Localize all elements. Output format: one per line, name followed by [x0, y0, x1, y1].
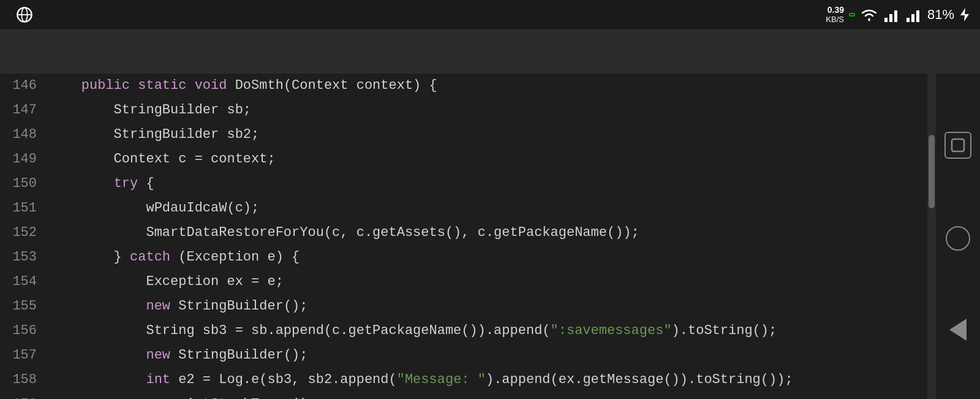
token-kw: new — [146, 348, 170, 363]
code-line: 155 new StringBuilder(); — [0, 294, 927, 319]
token-kw: catch — [130, 249, 170, 265]
code-line: 158 int e2 = Log.e(sb3, sb2.append("Mess… — [0, 368, 927, 392]
token-str: "Message: " — [397, 372, 486, 387]
code-line: 149 Context c = context; — [0, 147, 927, 172]
token-plain: ).append(ex.getMessage()).toString()); — [486, 372, 793, 387]
line-code-text: StringBuilder sb; — [49, 98, 927, 123]
token-kw: public — [81, 78, 130, 93]
svg-rect-7 — [911, 14, 914, 22]
code-line: 152 SmartDataRestoreForYou(c, c.getAsset… — [0, 221, 927, 245]
token-plain — [49, 78, 81, 93]
token-plain: wPdauIdcaW(c); — [49, 200, 259, 216]
network-speed: 0.39 KB/S — [826, 6, 844, 24]
code-line: 148 StringBuilder sb2; — [0, 123, 927, 147]
line-number: 150 — [0, 172, 49, 196]
token-plain — [49, 176, 114, 191]
token-plain: ).toString(); — [672, 323, 777, 338]
svg-rect-10 — [952, 139, 964, 151]
line-number: 146 — [0, 74, 49, 98]
app-bar — [0, 29, 980, 74]
token-kw: new — [146, 298, 170, 314]
scrollbar-thumb[interactable] — [929, 135, 935, 208]
token-plain — [49, 372, 146, 387]
line-number: 154 — [0, 270, 49, 294]
token-plain — [49, 348, 146, 363]
token-plain: { — [138, 176, 154, 191]
volte-badge — [849, 13, 855, 17]
line-code-text: SmartDataRestoreForYou(c, c.getAssets(),… — [49, 221, 927, 245]
line-number: 147 — [0, 98, 49, 123]
line-number: 153 — [0, 245, 49, 270]
svg-rect-3 — [884, 18, 888, 22]
code-area: 146 public static void DoSmth(Context co… — [0, 74, 980, 399]
code-content[interactable]: 146 public static void DoSmth(Context co… — [0, 74, 927, 399]
svg-marker-9 — [960, 8, 969, 21]
line-code-text: new StringBuilder(); — [49, 294, 927, 319]
scrollbar-track[interactable] — [927, 74, 936, 399]
line-code-text: int e2 = Log.e(sb3, sb2.append("Message:… — [49, 368, 927, 392]
status-left — [10, 6, 33, 23]
line-code-text: public static void DoSmth(Context contex… — [49, 74, 927, 98]
battery-pct: 81% — [927, 7, 954, 23]
square-button[interactable] — [944, 132, 971, 159]
token-plain: Context c = context; — [49, 151, 276, 167]
line-code-text: Exception ex = e; — [49, 270, 927, 294]
line-code-text: Context c = context; — [49, 147, 927, 172]
token-plain — [186, 78, 194, 93]
svg-rect-8 — [916, 10, 919, 22]
token-plain: e2 = Log.e(sb3, sb2.append( — [170, 372, 397, 387]
token-plain — [49, 298, 146, 314]
globe-icon — [16, 6, 33, 23]
token-kw: int — [146, 372, 170, 387]
line-code-text: new StringBuilder(); — [49, 343, 927, 368]
code-line: 147 StringBuilder sb; — [0, 98, 927, 123]
token-plain: SmartDataRestoreForYou(c, c.getAssets(),… — [49, 225, 639, 240]
token-plain: (Exception e) { — [170, 249, 300, 265]
token-plain: String sb3 = sb.append(c.getPackageName(… — [49, 323, 551, 338]
line-code-text: String sb3 = sb.append(c.getPackageName(… — [49, 319, 927, 343]
line-code-text: StringBuilder sb2; — [49, 123, 927, 147]
token-str: ":savemessages" — [551, 323, 672, 338]
wifi-icon — [860, 7, 878, 23]
line-number: 155 — [0, 294, 49, 319]
line-code-text: } catch (Exception e) { — [49, 245, 927, 270]
line-number: 157 — [0, 343, 49, 368]
code-line: 146 public static void DoSmth(Context co… — [0, 74, 927, 98]
code-line: 153 } catch (Exception e) { — [0, 245, 927, 270]
line-code-text: ex.printStackTrace(); — [49, 392, 927, 399]
line-number: 149 — [0, 147, 49, 172]
code-line: 154 Exception ex = e; — [0, 270, 927, 294]
line-number: 152 — [0, 221, 49, 245]
line-code-text: try { — [49, 172, 927, 196]
token-kw: void — [195, 78, 227, 93]
side-buttons — [936, 74, 980, 399]
line-number: 159 — [0, 392, 49, 399]
token-plain: StringBuilder sb2; — [49, 127, 259, 142]
circle-button[interactable] — [946, 226, 970, 251]
svg-rect-6 — [907, 18, 910, 22]
signal-icon-2 — [905, 7, 922, 23]
code-line: 150 try { — [0, 172, 927, 196]
token-plain: ex.printStackTrace(); — [49, 397, 316, 399]
token-plain: DoSmth(Context context) { — [227, 78, 437, 93]
line-number: 148 — [0, 123, 49, 147]
line-code-text: wPdauIdcaW(c); — [49, 196, 927, 221]
charging-icon — [959, 7, 970, 23]
status-bar: 0.39 KB/S 81% — [0, 0, 980, 29]
line-number: 156 — [0, 319, 49, 343]
token-plain: } — [49, 249, 130, 265]
line-number: 151 — [0, 196, 49, 221]
token-plain: StringBuilder(); — [170, 348, 307, 363]
svg-rect-5 — [894, 10, 897, 22]
line-number: 158 — [0, 368, 49, 392]
signal-icon — [883, 7, 900, 23]
code-line: 159 ex.printStackTrace(); — [0, 392, 927, 399]
back-button[interactable] — [949, 319, 967, 341]
token-plain — [130, 78, 138, 93]
token-kw: try — [114, 176, 138, 191]
code-line: 157 new StringBuilder(); — [0, 343, 927, 368]
code-line: 156 String sb3 = sb.append(c.getPackageN… — [0, 319, 927, 343]
token-plain: StringBuilder sb; — [49, 102, 251, 118]
status-right: 0.39 KB/S 81% — [826, 6, 970, 24]
token-plain: StringBuilder(); — [170, 298, 307, 314]
